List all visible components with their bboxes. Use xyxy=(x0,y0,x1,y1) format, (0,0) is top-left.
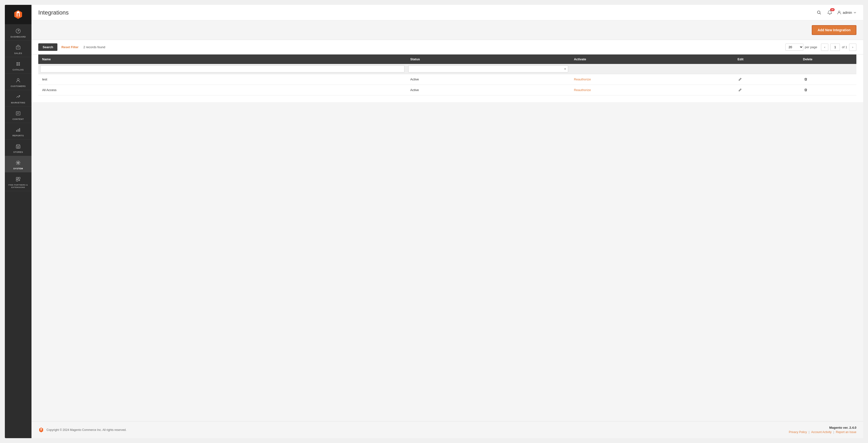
trash-icon xyxy=(804,88,807,92)
sidebar-item-label-customers: CUSTOMERS xyxy=(11,85,26,88)
svg-rect-10 xyxy=(16,130,17,132)
footer-right: Magento ver. 2.4.0 Privacy Policy | Acco… xyxy=(789,426,857,434)
prev-page-button[interactable]: ‹ xyxy=(821,43,828,51)
sidebar-item-marketing[interactable]: MARKETING xyxy=(5,90,31,106)
row-2-status: Active xyxy=(406,85,570,95)
action-bar: Add New Integration xyxy=(31,20,863,40)
sidebar-item-label-catalog: CATALOG xyxy=(12,68,24,71)
svg-rect-16 xyxy=(16,177,18,179)
per-page-selector: 20 50 100 per page xyxy=(785,43,817,51)
sidebar-item-label-dashboard: DASHBOARD xyxy=(11,36,26,38)
sidebar-item-label-marketing: MARKETING xyxy=(11,101,25,104)
main-container: DASHBOARD SALES xyxy=(5,5,863,438)
notification-button[interactable]: 39 xyxy=(826,9,833,16)
page-number-input[interactable] xyxy=(830,43,840,51)
pencil-icon xyxy=(738,88,742,92)
trash-icon xyxy=(804,77,807,81)
row-2-delete xyxy=(799,85,857,95)
sidebar-item-customers[interactable]: CUSTOMERS xyxy=(5,74,31,90)
svg-point-15 xyxy=(18,162,19,163)
per-page-label: per page xyxy=(805,45,817,49)
row-1-delete-button[interactable] xyxy=(803,77,808,82)
admin-user-menu[interactable]: admin xyxy=(837,10,857,15)
system-icon xyxy=(15,159,22,166)
row-2-activate: Reauthorize xyxy=(570,85,734,95)
privacy-policy-link[interactable]: Privacy Policy xyxy=(789,431,807,434)
dashboard-icon xyxy=(15,28,22,34)
status-filter-wrapper: Active Inactive xyxy=(408,65,568,72)
sidebar-item-stores[interactable]: STORES xyxy=(5,139,31,156)
table-header-row: Name Status Activate Edit Delete xyxy=(38,55,857,64)
svg-rect-5 xyxy=(17,64,18,66)
svg-rect-14 xyxy=(18,147,19,148)
row-2-edit-button[interactable] xyxy=(738,88,743,92)
notification-badge: 39 xyxy=(830,8,835,11)
main-content: Add New Integration Search Reset Filter … xyxy=(31,20,863,421)
row-2-edit xyxy=(734,85,799,95)
reset-filter-button[interactable]: Reset Filter xyxy=(61,45,79,49)
user-icon xyxy=(837,10,841,15)
row-1-activate: Reauthorize xyxy=(570,74,734,85)
table-row: test Active Reauthorize xyxy=(38,74,857,85)
sidebar-item-dashboard[interactable]: DASHBOARD xyxy=(5,24,31,41)
svg-rect-13 xyxy=(16,146,20,148)
table-wrapper: Name Status Activate Edit Delete xyxy=(31,55,863,102)
row-1-delete xyxy=(799,74,857,85)
status-filter-select[interactable]: Active Inactive xyxy=(408,65,568,72)
svg-point-19 xyxy=(817,11,820,13)
per-page-dropdown[interactable]: 20 50 100 xyxy=(785,43,803,51)
col-header-edit: Edit xyxy=(734,55,799,64)
top-bar: Integrations 39 xyxy=(31,5,863,20)
sidebar-item-label-reports: REPORTS xyxy=(12,134,24,137)
svg-rect-17 xyxy=(19,177,20,179)
sidebar-item-system[interactable]: SYSTEM xyxy=(5,156,31,172)
sidebar-item-catalog[interactable]: CATALOG xyxy=(5,57,31,74)
svg-rect-4 xyxy=(19,62,20,64)
reports-icon xyxy=(15,126,22,133)
footer-copyright: Copyright © 2024 Magento Commerce Inc. A… xyxy=(46,428,126,432)
search-icon xyxy=(817,10,822,15)
add-new-integration-button[interactable]: Add New Integration xyxy=(812,25,857,35)
top-bar-right: 39 admin xyxy=(816,9,857,16)
sidebar-item-label-stores: STORES xyxy=(13,151,23,153)
chevron-down-icon xyxy=(854,11,857,14)
col-header-name: Name xyxy=(38,55,406,64)
row-2-name: All Access xyxy=(38,85,406,95)
svg-rect-12 xyxy=(19,128,20,132)
stores-icon xyxy=(15,143,22,150)
col-header-delete: Delete xyxy=(799,55,857,64)
page-title: Integrations xyxy=(38,9,68,16)
sidebar-item-reports[interactable]: REPORTS xyxy=(5,123,31,139)
search-filter-button[interactable]: Search xyxy=(38,43,57,51)
row-1-edit xyxy=(734,74,799,85)
pagination-controls: ‹ of 1 › xyxy=(821,43,857,51)
row-2-reauthorize-link[interactable]: Reauthorize xyxy=(574,88,591,92)
row-2-delete-button[interactable] xyxy=(803,88,808,92)
customers-icon xyxy=(15,77,22,84)
integrations-table: Name Status Activate Edit Delete xyxy=(38,55,857,95)
next-page-button[interactable]: › xyxy=(849,43,857,51)
svg-rect-11 xyxy=(18,129,19,132)
report-issue-link[interactable]: Report an Issue xyxy=(836,431,857,434)
magento-logo-icon xyxy=(13,9,24,20)
search-button[interactable] xyxy=(816,9,823,16)
extensions-icon xyxy=(15,176,22,183)
sidebar-item-extensions[interactable]: FIND PARTNERS & EXTENSIONS xyxy=(5,172,31,191)
sidebar-item-sales[interactable]: SALES xyxy=(5,41,31,57)
svg-rect-9 xyxy=(16,112,20,115)
row-1-reauthorize-link[interactable]: Reauthorize xyxy=(574,77,591,81)
footer-links: Privacy Policy | Account Activity | Repo… xyxy=(789,431,857,434)
admin-label: admin xyxy=(843,11,852,14)
sales-icon xyxy=(15,44,22,51)
account-activity-link[interactable]: Account Activity xyxy=(811,431,831,434)
table-row: All Access Active Reauthorize xyxy=(38,85,857,95)
row-1-status: Active xyxy=(406,74,570,85)
sidebar-item-label-system: SYSTEM xyxy=(13,167,23,170)
sidebar-item-label-extensions: FIND PARTNERS & EXTENSIONS xyxy=(7,184,30,188)
svg-point-7 xyxy=(17,78,19,81)
name-filter-input[interactable] xyxy=(40,65,404,72)
row-1-edit-button[interactable] xyxy=(738,77,743,82)
row-1-name: test xyxy=(38,74,406,85)
sidebar: DASHBOARD SALES xyxy=(5,5,31,438)
sidebar-item-content[interactable]: CONTENT xyxy=(5,106,31,123)
